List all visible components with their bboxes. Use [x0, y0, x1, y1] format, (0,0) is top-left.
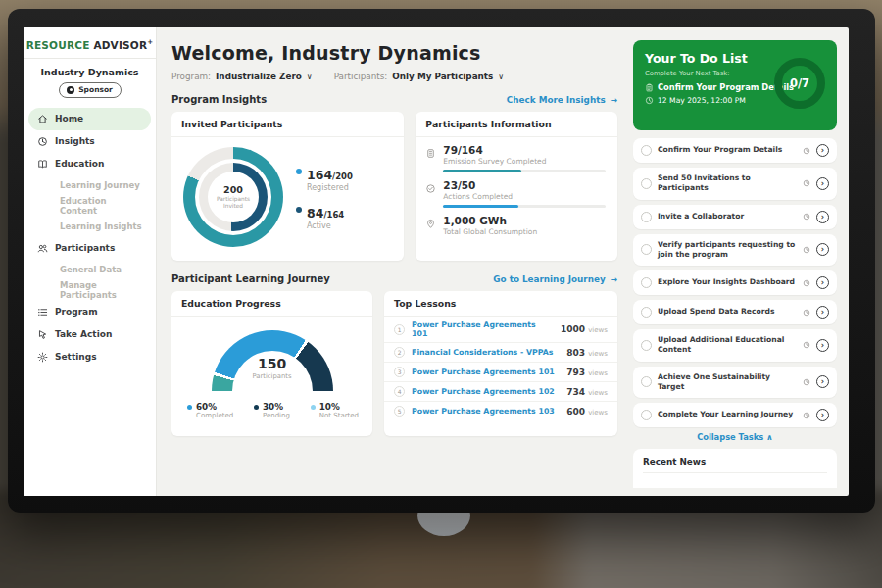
sidebar-item-education-content[interactable]: Education Content — [28, 196, 151, 217]
donut-center-label: Participants Invited — [208, 196, 259, 210]
task-label: Explore Your Insights Dashboard — [658, 277, 797, 287]
sidebar-item-take-action[interactable]: Take Action — [28, 323, 151, 346]
sidebar-item-label: Learning Insights — [60, 221, 142, 231]
go-to-learning-journey-link[interactable]: Go to Learning Journey → — [493, 274, 617, 284]
todo-time-label: 12 May 2025, 12:00 PM — [658, 96, 746, 105]
participants-filter-value: Only My Participants — [392, 72, 493, 81]
program-filter-label: Program: — [172, 72, 211, 81]
task-item-7[interactable]: Upload Additional Educational Content › — [633, 329, 837, 362]
sidebar-item-program[interactable]: Program — [28, 301, 151, 323]
sponsor-badge[interactable]: Sponsor — [59, 82, 122, 98]
lesson-title-link[interactable]: Power Purchase Agreements 102 — [412, 387, 560, 396]
lesson-title-link[interactable]: Financial Considerations - VPPAs — [412, 348, 560, 357]
sidebar-item-settings[interactable]: Settings — [28, 346, 151, 368]
registered-label: Registered — [307, 183, 353, 192]
sidebar-item-label: Take Action — [55, 329, 112, 339]
lesson-title-link[interactable]: Power Purchase Agreements 103 — [412, 407, 560, 416]
chevron-right-icon[interactable]: › — [816, 339, 829, 352]
task-checkbox[interactable] — [641, 145, 652, 156]
chevron-right-icon[interactable]: › — [816, 211, 829, 223]
participants-filter[interactable]: Participants: Only My Participants ∨ — [334, 72, 504, 81]
not-started-label: Not Started — [319, 412, 359, 419]
registered-dot — [296, 169, 302, 174]
clock-icon — [803, 279, 810, 287]
task-checkbox[interactable] — [641, 212, 652, 222]
chevron-right-icon[interactable]: › — [816, 409, 829, 421]
sidebar-item-education[interactable]: Education — [28, 153, 151, 175]
lesson-row-3[interactable]: 3 Power Purchase Agreements 101 793 view… — [384, 363, 617, 382]
chevron-right-icon[interactable]: › — [816, 243, 829, 256]
task-item-8[interactable]: Achieve One Sustainability Target › — [633, 367, 837, 399]
chevron-up-icon: ∧ — [766, 432, 773, 442]
task-checkbox[interactable] — [641, 340, 652, 351]
task-checkbox[interactable] — [641, 244, 652, 255]
task-item-1[interactable]: Confirm Your Program Details › — [633, 138, 837, 163]
sponsor-label: Sponsor — [78, 85, 113, 94]
todo-progress-value: 0/7 — [790, 76, 809, 90]
task-checkbox[interactable] — [641, 178, 652, 189]
sidebar-item-manage-participants[interactable]: Manage Participants — [28, 280, 151, 301]
task-label: Upload Additional Educational Content — [658, 335, 797, 356]
task-item-3[interactable]: Invite a Collaborator › — [633, 205, 837, 229]
building-icon — [425, 148, 436, 159]
chevron-right-icon[interactable]: › — [816, 144, 829, 157]
lesson-views-suffix: views — [588, 326, 608, 334]
task-item-6[interactable]: Upload Spend Data Records › — [633, 300, 837, 324]
brand-primary: RESOURCE — [26, 39, 90, 51]
sidebar-item-home[interactable]: Home — [28, 108, 151, 130]
lesson-row-4[interactable]: 4 Power Purchase Agreements 102 734 view… — [384, 382, 617, 402]
dashboard-screen: RESOURCE ADVISOR+ Industry Dynamics Spon… — [24, 27, 849, 496]
task-list: Confirm Your Program Details › Send 50 I… — [633, 138, 837, 427]
lesson-title-link[interactable]: Power Purchase Agreements 101 — [412, 368, 560, 376]
clock-icon — [645, 96, 654, 105]
consumption-row: 1,000 GWh Total Global Consumption — [425, 215, 606, 236]
sidebar-item-learning-journey[interactable]: Learning Journey — [28, 175, 151, 196]
completed-dot — [187, 405, 192, 410]
sidebar-item-learning-insights[interactable]: Learning Insights — [28, 217, 151, 237]
task-checkbox[interactable] — [641, 376, 652, 387]
lesson-rank: 5 — [394, 406, 405, 416]
card-title: Top Lessons — [384, 291, 617, 317]
task-item-9[interactable]: Complete Your Learning Journey › — [633, 403, 837, 427]
task-label: Achieve One Sustainability Target — [658, 372, 797, 393]
collapse-tasks-link[interactable]: Collapse Tasks ∧ — [633, 432, 837, 442]
registered-legend-item: 164/200 Registered — [296, 165, 353, 192]
sidebar-item-insights[interactable]: Insights — [28, 130, 151, 153]
chevron-down-icon: ∨ — [498, 73, 504, 81]
completed-pct: 60% — [196, 402, 233, 412]
participants-information-card: Participants Information 79/164 Emission… — [416, 112, 617, 261]
clock-icon — [803, 412, 810, 419]
chevron-right-icon[interactable]: › — [816, 375, 829, 388]
sidebar-item-label: Manage Participants — [60, 280, 142, 300]
lesson-views-suffix: views — [588, 369, 608, 377]
card-title: Invited Participants — [172, 112, 404, 137]
lesson-views-count: 1000 — [561, 324, 585, 334]
app-logo: RESOURCE ADVISOR+ — [24, 36, 156, 58]
sidebar-item-general-data[interactable]: General Data — [28, 260, 151, 280]
task-item-4[interactable]: Verify participants requesting to join t… — [633, 234, 837, 267]
lesson-title-link[interactable]: Power Purchase Agreements 101 — [412, 320, 554, 338]
lesson-views-count: 734 — [566, 387, 585, 397]
task-checkbox[interactable] — [641, 307, 652, 318]
chevron-right-icon[interactable]: › — [816, 276, 829, 289]
pending-label: Pending — [263, 412, 290, 419]
lesson-row-1[interactable]: 1 Power Purchase Agreements 101 1000 vie… — [384, 317, 617, 343]
program-filter[interactable]: Program: Industrialize Zero ∨ — [172, 72, 313, 81]
card-title: Participants Information — [416, 112, 617, 137]
actions-icon — [425, 183, 436, 194]
lesson-views-suffix: views — [588, 389, 608, 397]
task-item-2[interactable]: Send 50 Invitations to Participants › — [633, 168, 837, 200]
chevron-right-icon[interactable]: › — [816, 177, 829, 190]
active-label: Active — [307, 221, 344, 230]
check-more-insights-link[interactable]: Check More Insights → — [507, 95, 617, 105]
task-label: Send 50 Invitations to Participants — [658, 173, 797, 194]
sidebar-item-participants[interactable]: Participants — [28, 237, 151, 260]
task-item-5[interactable]: Explore Your Insights Dashboard › — [633, 270, 837, 295]
task-checkbox[interactable] — [641, 410, 652, 420]
completed-label: Completed — [196, 412, 233, 419]
chevron-right-icon[interactable]: › — [816, 306, 829, 318]
task-checkbox[interactable] — [641, 277, 652, 288]
lesson-row-5[interactable]: 5 Power Purchase Agreements 103 600 view… — [384, 402, 617, 420]
participants-filter-label: Participants: — [334, 72, 388, 81]
lesson-row-2[interactable]: 2 Financial Considerations - VPPAs 803 v… — [384, 343, 617, 363]
